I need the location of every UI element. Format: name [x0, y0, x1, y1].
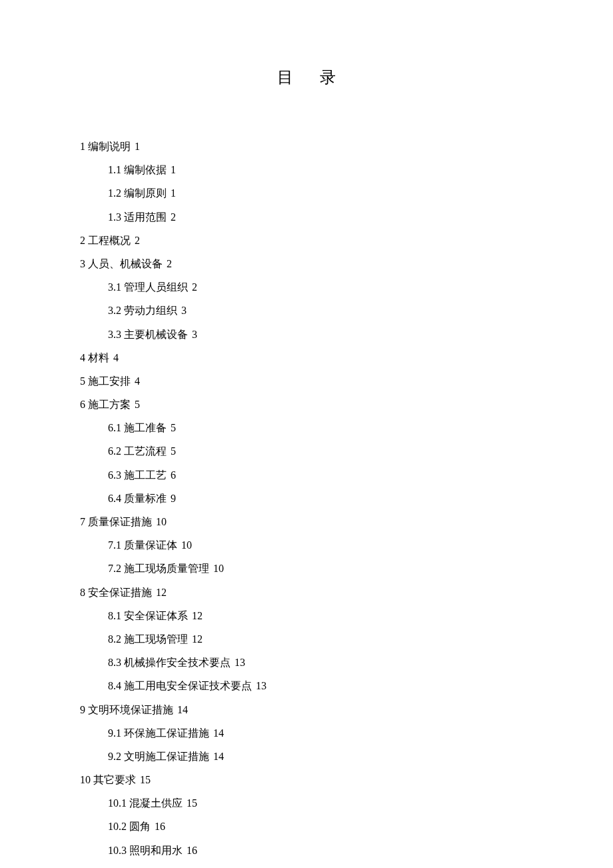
toc-entry-number: 3.3	[108, 329, 121, 340]
toc-entry-page: 3	[192, 329, 197, 340]
toc-entry-page: 6	[171, 469, 176, 481]
toc-entry-number: 5	[80, 375, 85, 387]
toc-entry-page: 13	[256, 680, 267, 691]
toc-entry-number: 9	[80, 704, 85, 715]
toc-entry-label: 劳动力组织	[124, 305, 177, 316]
toc-entry-label: 工艺流程	[124, 445, 167, 457]
toc-entry: 7.2 施工现场质量管理 10	[80, 557, 533, 580]
toc-entry-number: 8.4	[108, 680, 121, 691]
toc-entry-number: 10.1	[108, 797, 127, 809]
toc-entry-page: 15	[140, 774, 151, 785]
toc-entry-page: 9	[171, 493, 176, 504]
page-title: 目录	[80, 67, 533, 88]
toc-entry: 7.1 质量保证体 10	[80, 533, 533, 557]
toc-entry-page: 2	[167, 258, 172, 269]
toc-entry: 1 编制说明 1	[80, 135, 533, 158]
toc-entry-page: 10	[213, 563, 224, 574]
toc-entry-label: 混凝土供应	[129, 797, 183, 809]
toc-entry: 8.1 安全保证体系 12	[80, 604, 533, 627]
toc-entry-label: 材料	[88, 352, 109, 363]
toc-entry: 10.1 混凝土供应 15	[80, 791, 533, 815]
toc-entry: 6.1 施工准备 5	[80, 416, 533, 439]
toc-entry-page: 2	[171, 211, 176, 223]
toc-entry-label: 安全保证体系	[124, 610, 188, 621]
toc-entry-page: 5	[171, 422, 176, 433]
toc-entry-page: 12	[192, 633, 203, 645]
toc-entry-page: 3	[181, 305, 187, 316]
toc-entry-number: 6.3	[108, 469, 121, 481]
toc-entry-page: 4	[135, 375, 140, 387]
toc-entry-number: 10.2	[108, 821, 127, 832]
toc-entry-page: 16	[187, 845, 197, 856]
toc-entry-page: 10	[156, 516, 167, 527]
toc-entry-number: 10	[80, 774, 91, 785]
toc-entry: 9.2 文明施工保证措施 14	[80, 745, 533, 768]
toc-entry-number: 3.1	[108, 281, 121, 293]
toc-entry-label: 施工用电安全保证技术要点	[124, 680, 252, 691]
toc-entry-label: 安全保证措施	[88, 587, 152, 598]
toc-entry: 9 文明环境保证措施 14	[80, 698, 533, 721]
toc-entry: 2 工程概况 2	[80, 229, 533, 252]
toc-entry-number: 7.1	[108, 539, 121, 551]
toc-entry-label: 质量保证措施	[88, 516, 152, 527]
toc-entry-number: 7	[80, 516, 85, 527]
toc-entry-label: 圆角	[129, 821, 151, 832]
toc-entry: 6.2 工艺流程 5	[80, 439, 533, 463]
toc-entry-number: 2	[80, 235, 85, 246]
toc-entry: 10.2 圆角 16	[80, 815, 533, 838]
toc-entry-label: 编制说明	[88, 141, 131, 152]
toc-entry-page: 16	[155, 821, 165, 832]
toc-entry-label: 其它要求	[93, 774, 136, 785]
toc-entry-page: 12	[156, 587, 167, 598]
toc-entry-number: 10.3	[108, 845, 127, 856]
toc-entry: 3 人员、机械设备 2	[80, 252, 533, 275]
toc-entry-page: 2	[192, 281, 197, 293]
toc-entry-page: 2	[135, 235, 140, 246]
toc-entry-number: 6.1	[108, 422, 121, 433]
toc-entry-label: 编制依据	[124, 164, 167, 175]
toc-entry-number: 9.2	[108, 751, 121, 762]
toc-entry: 6 施工方案 5	[80, 393, 533, 416]
toc-entry-page: 13	[235, 657, 245, 668]
toc-entry: 8 安全保证措施 12	[80, 581, 533, 604]
toc-entry-page: 4	[113, 352, 119, 363]
toc-entry: 9.1 环保施工保证措施 14	[80, 721, 533, 745]
toc-entry-page: 1	[171, 164, 176, 175]
toc-entry-number: 3.2	[108, 305, 121, 316]
toc-entry: 3.3 主要机械设备 3	[80, 323, 533, 346]
toc-entry-page: 1	[135, 141, 140, 152]
toc-entry-number: 8	[80, 587, 85, 598]
toc-entry: 6.4 质量标准 9	[80, 487, 533, 510]
toc-entry-page: 14	[213, 751, 224, 762]
table-of-contents: 1 编制说明 11.1 编制依据 11.2 编制原则 11.3 适用范围 22 …	[80, 135, 533, 868]
toc-entry: 3.2 劳动力组织 3	[80, 299, 533, 322]
toc-entry-label: 施工安排	[88, 375, 131, 387]
toc-entry-label: 机械操作安全技术要点	[124, 657, 231, 668]
toc-entry-label: 管理人员组织	[124, 281, 188, 293]
toc-entry-label: 文明环境保证措施	[88, 704, 173, 715]
toc-entry-page: 1	[171, 187, 176, 199]
toc-entry: 8.4 施工用电安全保证技术要点 13	[80, 674, 533, 697]
toc-entry-label: 施工工艺	[124, 469, 167, 481]
toc-entry-number: 1.1	[108, 164, 121, 175]
toc-entry-label: 施工现场质量管理	[124, 563, 209, 574]
toc-entry-page: 14	[213, 727, 224, 739]
toc-entry-number: 7.2	[108, 563, 121, 574]
toc-entry: 1.1 编制依据 1	[80, 158, 533, 181]
toc-entry-label: 适用范围	[124, 211, 167, 223]
toc-entry-label: 质量保证体	[124, 539, 177, 551]
toc-entry-number: 6.2	[108, 445, 121, 457]
toc-entry-page: 15	[187, 797, 197, 809]
toc-entry-number: 8.3	[108, 657, 121, 668]
toc-entry-label: 工程概况	[88, 235, 131, 246]
toc-entry-label: 环保施工保证措施	[124, 727, 209, 739]
toc-entry-number: 6	[80, 399, 85, 410]
toc-entry: 10.3 照明和用水 16	[80, 839, 533, 862]
toc-entry: 7 质量保证措施 10	[80, 510, 533, 533]
toc-entry-label: 施工准备	[124, 422, 167, 433]
toc-entry-page: 5	[171, 445, 176, 457]
toc-entry: 4 材料 4	[80, 346, 533, 369]
toc-entry: 6.3 施工工艺 6	[80, 463, 533, 487]
toc-entry-label: 人员、机械设备	[88, 258, 163, 269]
toc-entry-label: 质量标准	[124, 493, 167, 504]
